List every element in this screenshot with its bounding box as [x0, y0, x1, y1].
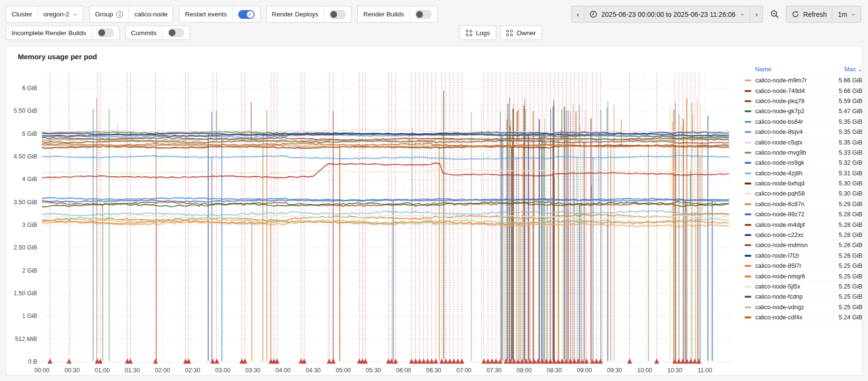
render-builds-toggle[interactable]: ✓ [415, 10, 432, 19]
legend-row[interactable]: calico-node-l7l2r5.26 GiB [745, 251, 863, 261]
legend-row[interactable]: calico-node-bs84r5.35 GiB [745, 117, 863, 127]
svg-text:09:30: 09:30 [607, 367, 622, 374]
legend-row[interactable]: calico-node-m9m7r5.66 GiB [745, 76, 863, 86]
series-name: calico-node-ns9gk [755, 159, 839, 166]
group-input[interactable]: calico-node [128, 6, 173, 22]
legend-row[interactable]: calico-node-c22xc5.28 GiB [745, 230, 863, 240]
legend-row[interactable]: calico-node-mdmsn5.26 GiB [745, 240, 863, 250]
refresh-icon [792, 11, 799, 18]
legend-row[interactable]: calico-node-m4dpf5.28 GiB [745, 220, 863, 230]
svg-text:02:00: 02:00 [155, 367, 170, 374]
owner-button-label: Owner [516, 29, 536, 37]
series-name: calico-node-l7l2r [755, 252, 839, 259]
series-name: calico-node-4zj8h [755, 170, 839, 177]
legend-row[interactable]: calico-node-pkq785.59 GiB [745, 96, 863, 106]
legend-row[interactable]: calico-node-nmqr65.25 GiB [745, 271, 863, 281]
svg-text:11:00: 11:00 [698, 367, 712, 374]
time-shift-forward-button[interactable]: › [750, 6, 762, 22]
chevron-down-icon: ⌄ [851, 11, 855, 16]
series-color-swatch [745, 110, 751, 112]
svg-text:0 B: 0 B [28, 358, 37, 365]
series-name: calico-node-pkq78 [755, 98, 839, 105]
series-name: calico-node-mdmsn [755, 242, 839, 249]
commits-label: Commits [126, 26, 162, 39]
group-label: Group [95, 11, 113, 18]
legend-row[interactable]: calico-node-mvg9b5.33 GiB [745, 148, 863, 158]
refresh-button[interactable]: Refresh [787, 6, 832, 22]
legend-row[interactable]: calico-node-gk7p25.47 GiB [745, 106, 863, 117]
zoom-out-button[interactable] [767, 6, 782, 23]
sort-caret-icon: ⌄ [857, 66, 862, 73]
series-color-swatch [745, 276, 751, 277]
series-color-swatch [745, 203, 751, 205]
series-color-swatch [745, 255, 751, 257]
legend-row[interactable]: calico-node-cdf4x5.24 GiB [745, 313, 863, 323]
svg-text:05:30: 05:30 [366, 367, 381, 374]
series-color-swatch [745, 90, 751, 92]
clock-icon [590, 11, 597, 18]
svg-text:09:00: 09:00 [577, 367, 592, 374]
series-max-value: 5.66 GiB [839, 88, 863, 94]
legend-row[interactable]: calico-node-ns9gk5.32 GiB [745, 158, 863, 168]
legend-row[interactable]: calico-node-4zj8h5.31 GiB [745, 169, 863, 179]
svg-text:00:00: 00:00 [34, 367, 49, 374]
time-range-picker[interactable]: 2025-06-23 00:00:00 to 2025-06-23 11:26:… [584, 6, 750, 22]
time-shift-back-button[interactable]: ‹ [572, 6, 584, 22]
series-name: calico-node-c5qtx [755, 139, 839, 146]
incomplete-render-builds-control: Incomplete Render Builds ✓ [6, 26, 120, 40]
series-max-value: 5.30 GiB [839, 190, 863, 197]
render-builds-label: Render Builds [358, 6, 409, 22]
svg-text:1.50 GiB: 1.50 GiB [14, 290, 37, 297]
svg-text:07:30: 07:30 [487, 367, 502, 374]
series-name: calico-node-m4dpf [755, 222, 839, 228]
zoom-out-icon [771, 10, 779, 18]
series-name: calico-node-6c87n [755, 201, 839, 208]
legend-row[interactable]: calico-node-5jl5x5.25 GiB [745, 282, 863, 292]
series-name: calico-node-pqh58 [755, 190, 839, 197]
legend-name-header[interactable]: Name [755, 66, 771, 73]
series-color-swatch [745, 152, 751, 154]
legend-row[interactable]: calico-node-6c87n5.29 GiB [745, 199, 863, 210]
series-name: calico-node-749d4 [755, 88, 839, 94]
chevron-down-icon: ⌄ [73, 11, 78, 16]
series-max-value: 5.28 GiB [839, 211, 863, 218]
toggle-knob: ✓ [169, 29, 176, 36]
logs-button[interactable]: Logs [460, 26, 496, 40]
legend-row[interactable]: calico-node-pqh585.30 GiB [745, 189, 863, 199]
series-color-swatch [745, 121, 751, 123]
legend-row[interactable]: calico-node-89z725.28 GiB [745, 210, 863, 220]
incomplete-render-builds-toggle[interactable]: ✓ [97, 28, 114, 37]
svg-text:6 GiB: 6 GiB [22, 85, 37, 92]
group-label-seg: Group i [90, 6, 129, 22]
chevron-down-icon: ⌄ [740, 11, 745, 16]
owner-button[interactable]: Owner [500, 26, 542, 40]
legend-max-header[interactable]: Max ⌄ [844, 66, 862, 73]
series-name: calico-node-mvg9b [755, 149, 839, 156]
render-deploys-toggle[interactable]: ✓ [329, 10, 346, 19]
legend-rows: calico-node-m9m7r5.66 GiBcalico-node-749… [745, 76, 863, 323]
legend-row[interactable]: calico-node-749d45.66 GiB [745, 86, 863, 96]
legend-row[interactable]: calico-node-85l7r5.25 GiB [745, 261, 863, 271]
series-color-swatch [745, 234, 751, 236]
restart-events-toggle[interactable]: ✓ [238, 10, 255, 19]
time-range-group: ‹ 2025-06-23 00:00:00 to 2025-06-23 11:2… [571, 6, 763, 23]
legend-row[interactable]: calico-node-8tqv45.35 GiB [745, 127, 863, 137]
series-color-swatch [745, 265, 751, 267]
commits-toggle[interactable]: ✓ [168, 28, 184, 37]
series-max-value: 5.33 GiB [839, 149, 863, 156]
svg-text:10:30: 10:30 [667, 367, 682, 374]
cluster-select[interactable]: oregon-2 ⌄ [38, 6, 83, 22]
svg-text:08:00: 08:00 [516, 367, 531, 374]
memory-usage-chart[interactable]: 0 B512 MiB1 GiB1.50 GiB2 GiB2.50 GiB3 Gi… [6, 46, 862, 375]
series-name: calico-node-vdngz [755, 304, 839, 311]
commits-control: Commits ✓ [125, 26, 190, 40]
svg-text:3.50 GiB: 3.50 GiB [14, 199, 37, 206]
svg-text:4.50 GiB: 4.50 GiB [14, 153, 37, 160]
legend-row[interactable]: calico-node-bxhqd5.30 GiB [745, 179, 863, 189]
legend-row[interactable]: calico-node-vdngz5.25 GiB [745, 302, 863, 313]
refresh-interval-select[interactable]: 1m ⌄ [832, 6, 861, 22]
legend-row[interactable]: calico-node-c5qtx5.35 GiB [745, 137, 863, 147]
legend-row[interactable]: calico-node-fcdnp5.25 GiB [745, 292, 863, 302]
series-max-value: 5.59 GiB [839, 98, 863, 105]
series-color-swatch [745, 183, 751, 184]
